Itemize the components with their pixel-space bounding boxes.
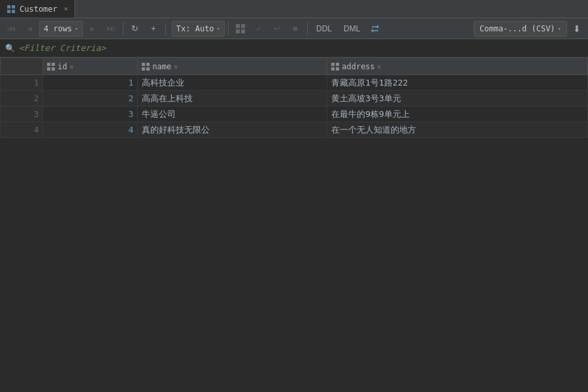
cell-name[interactable]: 高科技企业 — [138, 75, 327, 91]
col-address-header[interactable]: address ⇅ — [327, 58, 588, 75]
table-row[interactable]: 11高科技企业青藏高原1号1路222 — [1, 75, 588, 91]
table-row[interactable]: 22高高在上科技黄土高坡3号3单元 — [1, 91, 588, 106]
ddl-button[interactable]: DDL — [311, 21, 337, 37]
col-name-header[interactable]: name ⇅ — [138, 58, 327, 75]
cell-name[interactable]: 真的好科技无限公 — [138, 122, 327, 138]
cell-address[interactable]: 在一个无人知道的地方 — [327, 122, 588, 138]
divider-1 — [123, 22, 123, 35]
tx-arrow: ▾ — [217, 25, 220, 32]
svg-rect-7 — [241, 29, 245, 33]
col-address-label: address — [342, 62, 375, 71]
tx-label: Tx: Auto — [176, 24, 214, 33]
filter-placeholder[interactable]: <Filter Criteria> — [19, 43, 106, 53]
svg-rect-0 — [7, 5, 10, 8]
cell-name[interactable]: 牛逼公司 — [138, 106, 327, 122]
divider-4 — [307, 22, 308, 35]
tab-label: Customer — [20, 5, 57, 14]
table-header-row: id ⇅ name ⇅ — [1, 58, 588, 75]
col-address-sort: ⇅ — [378, 63, 381, 70]
revert-button[interactable]: ↩ — [269, 21, 286, 37]
table-container: id ⇅ name ⇅ — [0, 57, 588, 392]
nav-last-button[interactable]: ⏭ — [103, 21, 120, 37]
col-rownum-header — [1, 58, 43, 75]
cell-address[interactable]: 黄土高坡3号3单元 — [327, 91, 588, 106]
col-id-header[interactable]: id ⇅ — [43, 58, 138, 75]
svg-rect-9 — [52, 63, 55, 66]
svg-rect-14 — [142, 67, 145, 71]
col-name-label: name — [152, 62, 171, 71]
download-button[interactable]: ⬇ — [568, 21, 585, 37]
group-button[interactable] — [232, 21, 249, 37]
csv-label: Comma-...d (CSV) — [480, 24, 555, 33]
add-row-button[interactable]: + — [145, 21, 162, 37]
table-row[interactable]: 33牛逼公司在最牛的9栋9单元上 — [1, 106, 588, 122]
cell-rownum: 4 — [1, 122, 43, 138]
csv-selector[interactable]: Comma-...d (CSV) ▾ — [474, 21, 567, 37]
cell-id[interactable]: 2 — [43, 91, 138, 106]
divider-2 — [165, 22, 166, 35]
filter-bar: 🔍 <Filter Criteria> — [0, 39, 588, 57]
svg-rect-10 — [47, 67, 50, 71]
divider-3 — [228, 22, 229, 35]
cell-id[interactable]: 1 — [43, 75, 138, 91]
dml-button[interactable]: DML — [338, 21, 365, 37]
tab-close-button[interactable]: × — [64, 5, 69, 13]
cell-id[interactable]: 4 — [43, 122, 138, 138]
svg-rect-18 — [331, 67, 335, 71]
cell-rownum: 2 — [1, 91, 43, 106]
toolbar: ⏮ ◂ 4 rows ▾ ▸ ⏭ ↻ + Tx: Auto ▾ ✓ ↩ ■ DD… — [0, 18, 588, 39]
svg-rect-16 — [331, 63, 335, 66]
svg-rect-15 — [146, 67, 150, 71]
col-id-sort: ⇅ — [70, 63, 73, 70]
svg-rect-6 — [236, 29, 240, 33]
cell-name[interactable]: 高高在上科技 — [138, 91, 327, 106]
svg-rect-8 — [47, 63, 50, 66]
svg-rect-13 — [146, 63, 150, 66]
table-body: 11高科技企业青藏高原1号1路22222高高在上科技黄土高坡3号3单元33牛逼公… — [1, 75, 588, 138]
data-table: id ⇅ name ⇅ — [0, 57, 588, 138]
cell-id[interactable]: 3 — [43, 106, 138, 122]
svg-rect-1 — [12, 5, 15, 8]
cell-rownum: 1 — [1, 75, 43, 91]
cell-address[interactable]: 青藏高原1号1路222 — [327, 75, 588, 91]
commit-button[interactable]: ✓ — [250, 21, 267, 37]
tx-selector[interactable]: Tx: Auto ▾ — [172, 21, 225, 37]
transform-button[interactable] — [367, 21, 384, 37]
rows-dropdown-arrow: ▾ — [74, 25, 78, 32]
cell-address[interactable]: 在最牛的9栋9单元上 — [327, 106, 588, 122]
svg-rect-3 — [12, 10, 15, 13]
customer-tab[interactable]: Customer × — [0, 0, 75, 18]
svg-rect-5 — [241, 24, 245, 28]
svg-rect-17 — [336, 63, 339, 66]
nav-first-button[interactable]: ⏮ — [3, 21, 20, 37]
csv-arrow: ▾ — [558, 25, 561, 32]
table-icon — [7, 5, 16, 14]
col-id-label: id — [57, 62, 67, 71]
filter-search-icon: 🔍 — [5, 44, 15, 53]
svg-rect-2 — [7, 10, 10, 13]
cell-rownum: 3 — [1, 106, 43, 122]
col-name-sort: ⇅ — [174, 63, 177, 70]
svg-rect-12 — [142, 63, 145, 66]
svg-rect-11 — [52, 67, 55, 71]
nav-next-button[interactable]: ▸ — [84, 21, 101, 37]
rows-label: 4 rows — [44, 24, 72, 33]
tab-bar: Customer × — [0, 0, 588, 18]
svg-rect-19 — [336, 67, 339, 71]
refresh-button[interactable]: ↻ — [127, 21, 144, 37]
nav-prev-button[interactable]: ◂ — [21, 21, 38, 37]
table-row[interactable]: 44真的好科技无限公在一个无人知道的地方 — [1, 122, 588, 138]
stop-button[interactable]: ■ — [287, 21, 304, 37]
rows-selector[interactable]: 4 rows ▾ — [39, 21, 83, 37]
svg-rect-4 — [236, 24, 240, 28]
